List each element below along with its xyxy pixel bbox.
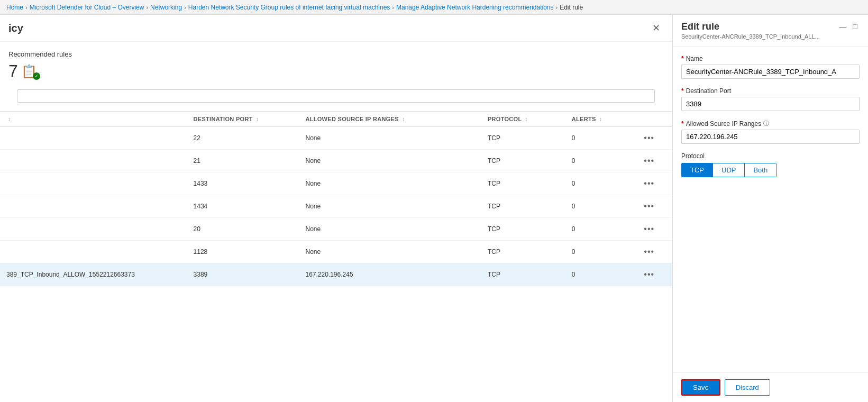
col-header-source-ip: Allowed Source IP Ranges ↕ (299, 112, 481, 127)
cell-source-ip: None (299, 150, 481, 172)
cell-dest-port: 1128 (187, 241, 299, 263)
cell-alerts: 0 (565, 172, 635, 195)
save-button[interactable]: Save (681, 379, 720, 396)
cell-protocol: TCP (481, 241, 565, 263)
table-row[interactable]: 21NoneTCP0••• (0, 150, 672, 172)
cell-rule-name (0, 172, 187, 195)
protocol-group: Protocol TCPUDPBoth (681, 152, 860, 177)
breadcrumb-home[interactable]: Home (6, 4, 23, 11)
cell-protocol: TCP (481, 127, 565, 150)
source-ip-form-group: * Allowed Source IP Ranges ⓘ (681, 120, 860, 144)
protocol-btn-both[interactable]: Both (745, 163, 776, 177)
right-panel: Edit rule SecurityCenter-ANCRule_3389_TC… (672, 15, 868, 402)
cell-actions: ••• (635, 127, 672, 150)
minimize-button[interactable]: — (837, 21, 849, 32)
table-row[interactable]: 1128NoneTCP0••• (0, 241, 672, 263)
cell-dest-port: 1433 (187, 172, 299, 195)
source-ip-input[interactable] (681, 130, 860, 144)
table-row[interactable]: 22NoneTCP0••• (0, 127, 672, 150)
cell-dest-port: 3389 (187, 263, 299, 286)
cell-alerts: 0 (565, 218, 635, 241)
restore-button[interactable]: □ (851, 21, 860, 32)
protocol-btn-udp[interactable]: UDP (713, 163, 745, 177)
cell-protocol: TCP (481, 172, 565, 195)
cell-alerts: 0 (565, 195, 635, 218)
rules-table: ↕ Destination Port ↕ Allowed Source IP R… (0, 111, 672, 286)
cell-rule-name (0, 150, 187, 172)
table-header-row: ↕ Destination Port ↕ Allowed Source IP R… (0, 112, 672, 127)
breadcrumb-networking[interactable]: Networking (150, 4, 182, 11)
source-ip-label: * Allowed Source IP Ranges ⓘ (681, 120, 860, 127)
cell-source-ip: None (299, 127, 481, 150)
protocol-btn-tcp[interactable]: TCP (681, 163, 713, 177)
cell-alerts: 0 (565, 150, 635, 172)
cell-rule-name (0, 195, 187, 218)
cell-protocol: TCP (481, 195, 565, 218)
more-actions-button[interactable]: ••• (642, 178, 656, 189)
cell-rule-name (0, 218, 187, 241)
right-panel-subtitle: SecurityCenter-ANCRule_3389_TCP_Inbound_… (681, 33, 820, 40)
breadcrumb-manage[interactable]: Manage Adaptive Network Hardening recomm… (396, 4, 554, 11)
sort-icon-source-ip: ↕ (402, 116, 405, 122)
table-row[interactable]: 1434NoneTCP0••• (0, 195, 672, 218)
sort-icon-name: ↕ (8, 116, 11, 122)
sort-icon-dest-port: ↕ (256, 116, 259, 122)
cell-source-ip: None (299, 241, 481, 263)
table-row[interactable]: 1433NoneTCP0••• (0, 172, 672, 195)
cell-source-ip: None (299, 218, 481, 241)
cell-dest-port: 1434 (187, 195, 299, 218)
sort-icon-alerts: ↕ (599, 116, 602, 122)
col-header-protocol: Protocol ↕ (481, 112, 565, 127)
dest-port-label: * Destination Port (681, 87, 860, 95)
cell-source-ip: None (299, 195, 481, 218)
name-input[interactable] (681, 65, 860, 79)
more-actions-button[interactable]: ••• (642, 246, 656, 258)
left-header: icy ✕ (0, 15, 672, 42)
more-actions-button[interactable]: ••• (642, 132, 656, 144)
right-panel-header: Edit rule SecurityCenter-ANCRule_3389_TC… (673, 15, 868, 47)
cell-actions: ••• (635, 218, 672, 241)
close-button[interactable]: ✕ (649, 21, 663, 35)
rule-icon: 📋 ✓ (21, 64, 37, 79)
col-header-dest-port: Destination Port ↕ (187, 112, 299, 127)
breadcrumb: Home › Microsoft Defender for Cloud – Ov… (0, 0, 868, 15)
cell-actions: ••• (635, 195, 672, 218)
more-actions-button[interactable]: ••• (642, 223, 656, 235)
cell-source-ip: 167.220.196.245 (299, 263, 481, 286)
cell-actions: ••• (635, 150, 672, 172)
breadcrumb-harden[interactable]: Harden Network Security Group rules of i… (188, 4, 390, 11)
right-panel-body: * Name * Destination Port * Allowed Sour… (673, 47, 868, 372)
breadcrumb-defender[interactable]: Microsoft Defender for Cloud – Overview (30, 4, 144, 11)
source-ip-info-icon: ⓘ (763, 120, 769, 127)
right-panel-title: Edit rule (681, 21, 820, 32)
dest-port-form-group: * Destination Port (681, 87, 860, 111)
cell-actions: ••• (635, 172, 672, 195)
table-body: 22NoneTCP0•••21NoneTCP0•••1433NoneTCP0••… (0, 127, 672, 286)
check-badge: ✓ (33, 72, 40, 80)
right-panel-footer: Save Discard (673, 372, 868, 402)
cell-protocol: TCP (481, 218, 565, 241)
cell-actions: ••• (635, 241, 672, 263)
cell-protocol: TCP (481, 150, 565, 172)
page-title: icy (8, 22, 23, 34)
table-row[interactable]: 20NoneTCP0••• (0, 218, 672, 241)
more-actions-button[interactable]: ••• (642, 200, 656, 212)
protocol-buttons: TCPUDPBoth (681, 163, 860, 177)
recommended-section: Recommended rules 7 📋 ✓ (0, 42, 672, 85)
cell-protocol: TCP (481, 263, 565, 286)
cell-dest-port: 20 (187, 218, 299, 241)
cell-alerts: 0 (565, 127, 635, 150)
table-row[interactable]: 389_TCP_Inbound_ALLOW_155221266337333891… (0, 263, 672, 286)
cell-rule-name: 389_TCP_Inbound_ALLOW_1552212663373 (0, 263, 187, 286)
cell-rule-name (0, 127, 187, 150)
discard-button[interactable]: Discard (725, 379, 770, 396)
more-actions-button[interactable]: ••• (642, 155, 656, 167)
name-label: * Name (681, 55, 860, 62)
more-actions-button[interactable]: ••• (642, 269, 656, 280)
recommended-count: 7 📋 ✓ (8, 61, 663, 81)
cell-dest-port: 22 (187, 127, 299, 150)
dest-port-input[interactable] (681, 97, 860, 111)
rules-table-container: ↕ Destination Port ↕ Allowed Source IP R… (0, 111, 672, 286)
recommended-label: Recommended rules (8, 50, 663, 58)
search-input[interactable] (17, 89, 655, 103)
